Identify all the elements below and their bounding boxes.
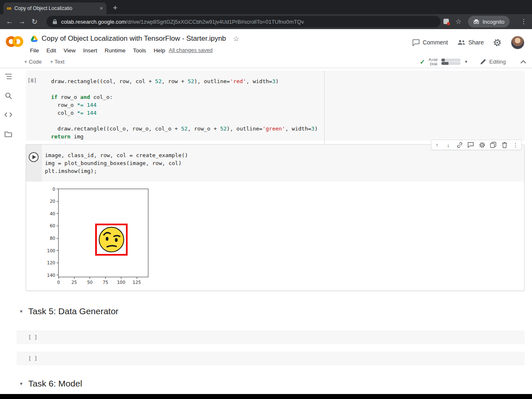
section-task6[interactable]: ▾ Task 6: Model bbox=[17, 377, 525, 391]
share-button[interactable]: Share bbox=[457, 39, 484, 46]
new-tab-button[interactable]: + bbox=[110, 2, 121, 13]
comment-button[interactable]: Comment bbox=[412, 39, 448, 46]
y-tick: 80 bbox=[40, 236, 58, 241]
table-of-contents-icon[interactable] bbox=[1, 69, 16, 84]
url-path: /drive/1zwp8SgrtGZj5xXGCCbh2w91jv4Ud1PrB… bbox=[126, 19, 304, 25]
plot-axes bbox=[58, 189, 148, 277]
editor-pane-divider bbox=[324, 71, 325, 144]
colab-favicon-icon: ∞ bbox=[7, 5, 11, 12]
search-icon[interactable] bbox=[1, 88, 16, 103]
cell-toolbar: ↑ ↓ ⋮ bbox=[431, 140, 522, 150]
bounding-box bbox=[95, 224, 128, 256]
site-info-icon[interactable] bbox=[52, 19, 57, 25]
menu-file[interactable]: File bbox=[26, 47, 43, 54]
forward-icon[interactable]: → bbox=[16, 17, 28, 26]
ram-gauge bbox=[441, 59, 461, 62]
y-tick: 120 bbox=[40, 260, 58, 265]
menu-edit[interactable]: Edit bbox=[43, 47, 60, 54]
pencil-icon bbox=[480, 59, 486, 65]
x-tick: 125 bbox=[133, 277, 141, 285]
save-status-link[interactable]: All changes saved bbox=[169, 47, 213, 53]
x-tick: 25 bbox=[71, 277, 77, 285]
run-cell-button[interactable] bbox=[29, 152, 39, 162]
drive-icon bbox=[31, 36, 38, 42]
avatar[interactable] bbox=[511, 36, 525, 49]
code-cell-8[interactable]: [8] draw.rectangle((col, row, col + 52, … bbox=[26, 71, 525, 140]
menu-runtime[interactable]: Runtime bbox=[101, 47, 129, 54]
files-folder-icon[interactable] bbox=[1, 126, 16, 141]
menu-tools[interactable]: Tools bbox=[129, 47, 150, 54]
star-notebook-icon[interactable]: ☆ bbox=[233, 34, 239, 43]
settings-gear-icon[interactable] bbox=[493, 38, 502, 47]
reload-icon[interactable]: ↻ bbox=[28, 17, 41, 26]
add-code-button[interactable]: + Code bbox=[20, 57, 46, 66]
colab-header: Copy of Object Localization with TensorF… bbox=[0, 29, 532, 56]
bookmark-star-icon[interactable]: ☆ bbox=[456, 17, 461, 25]
empty-code-cell-1[interactable]: [ ] bbox=[17, 330, 525, 344]
comment-icon bbox=[412, 39, 420, 46]
incognito-spy-icon bbox=[473, 19, 480, 25]
play-icon bbox=[32, 155, 36, 159]
browser-tab[interactable]: ∞ Copy of Object Localizatio × bbox=[3, 2, 106, 14]
emoji-face bbox=[97, 225, 126, 254]
back-icon[interactable]: ← bbox=[3, 17, 16, 26]
bottom-edge-bar bbox=[0, 394, 532, 399]
tab-title: Copy of Object Localizatio bbox=[14, 5, 96, 11]
section-task5[interactable]: ▾ Task 5: Data Generator bbox=[17, 304, 525, 318]
menu-help[interactable]: Help bbox=[150, 47, 169, 54]
code-editor-8[interactable]: draw.rectangle((col, row, col + 52, row … bbox=[44, 77, 318, 140]
y-tick: 20 bbox=[40, 199, 58, 204]
x-tick: 75 bbox=[103, 277, 108, 285]
section-heading-task6[interactable]: Task 6: Model bbox=[28, 379, 82, 389]
disk-gauge bbox=[441, 62, 461, 65]
y-tick: 60 bbox=[40, 223, 58, 228]
x-tick: 0 bbox=[57, 277, 60, 285]
empty-exec-brackets: [ ] bbox=[28, 335, 37, 340]
address-bar[interactable]: colab.research.google.com/drive/1zwp8Sgr… bbox=[47, 16, 441, 27]
resource-gauges[interactable] bbox=[441, 58, 461, 66]
delete-cell-icon[interactable] bbox=[499, 140, 510, 150]
output-plot: 020406080100120140 0255075100125 bbox=[58, 189, 148, 277]
y-tick: 140 bbox=[40, 273, 58, 278]
share-label: Share bbox=[468, 39, 484, 46]
empty-code-cell-2[interactable]: [ ] bbox=[17, 352, 525, 365]
comment-cell-icon[interactable] bbox=[465, 140, 476, 150]
execution-count: [8] bbox=[27, 77, 37, 84]
ram-label: RAM bbox=[429, 58, 438, 62]
editing-label: Editing bbox=[489, 59, 506, 65]
share-people-icon bbox=[457, 39, 466, 45]
section-heading-task5[interactable]: Task 5: Data Generator bbox=[28, 306, 118, 316]
browser-menu-icon[interactable]: ⋮ bbox=[520, 17, 527, 25]
x-tick: 100 bbox=[117, 277, 125, 285]
incognito-badge: Incognito bbox=[468, 16, 510, 27]
resources-dropdown-icon[interactable]: ▾ bbox=[465, 59, 468, 64]
url-text: colab.research.google.com/drive/1zwp8Sgr… bbox=[61, 19, 304, 25]
cell-settings-gear-icon[interactable] bbox=[476, 140, 488, 150]
move-cell-up-icon[interactable]: ↑ bbox=[431, 140, 443, 150]
y-tick: 0 bbox=[40, 187, 58, 192]
collapse-header-icon[interactable] bbox=[520, 60, 526, 64]
colab-logo-icon[interactable] bbox=[5, 35, 24, 49]
editing-mode-button[interactable]: Editing bbox=[480, 59, 506, 65]
collapse-triangle-icon[interactable]: ▾ bbox=[17, 308, 28, 314]
link-cell-icon[interactable] bbox=[454, 140, 465, 150]
y-tick: 40 bbox=[40, 211, 58, 216]
add-text-button[interactable]: + Text bbox=[46, 57, 69, 66]
more-cell-actions-icon[interactable]: ⋮ bbox=[510, 140, 521, 150]
tab-close-icon[interactable]: × bbox=[100, 5, 103, 12]
extension-icon[interactable] bbox=[443, 18, 450, 27]
collapse-triangle-icon[interactable]: ▾ bbox=[17, 381, 28, 387]
url-domain: colab.research.google.com bbox=[61, 19, 126, 25]
browser-toolbar: ← → ↻ colab.research.google.com/drive/1z… bbox=[0, 14, 532, 29]
menu-view[interactable]: View bbox=[60, 47, 79, 54]
mirror-cell-icon[interactable] bbox=[488, 140, 499, 150]
connected-check-icon: ✓ bbox=[420, 58, 425, 66]
comment-label: Comment bbox=[423, 39, 448, 46]
disk-label: Disk bbox=[429, 62, 438, 66]
code-editor-9[interactable]: image, class_id, row, col = create_examp… bbox=[45, 151, 188, 175]
code-snippets-icon[interactable] bbox=[1, 107, 16, 122]
move-cell-down-icon[interactable]: ↓ bbox=[443, 140, 454, 150]
notebook-title[interactable]: Copy of Object Localization with TensorF… bbox=[42, 34, 226, 43]
menu-insert[interactable]: Insert bbox=[79, 47, 101, 54]
cell-gutter bbox=[26, 145, 42, 182]
